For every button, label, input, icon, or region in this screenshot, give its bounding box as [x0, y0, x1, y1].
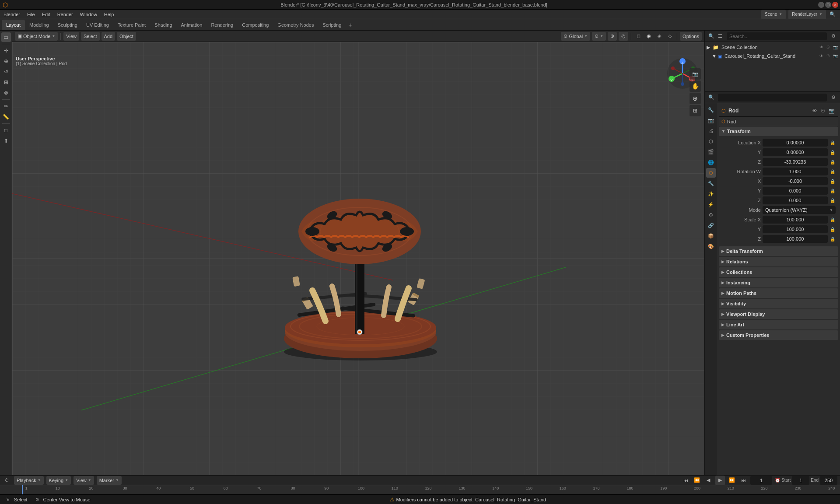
menu-file[interactable]: File	[24, 10, 38, 19]
motion-paths-section[interactable]: ▶ Motion Paths	[719, 288, 838, 298]
tab-modeling[interactable]: Modeling	[25, 20, 53, 30]
menu-render[interactable]: Render	[54, 10, 77, 19]
viewport-view-menu[interactable]: View	[63, 32, 79, 41]
sub-obj-name[interactable]: Rod	[727, 119, 736, 124]
prop-tab-vfx[interactable]: ✨	[706, 189, 716, 199]
search-vp-btn[interactable]: ⊞	[690, 105, 701, 116]
props-settings-icon[interactable]: ⚙	[830, 94, 837, 102]
collection-visibility-icon[interactable]: 👁	[818, 44, 824, 50]
prop-tab-particles[interactable]: ⚡	[706, 200, 716, 209]
scale-z-lock[interactable]: 🔒	[830, 236, 836, 242]
carousel-render-icon[interactable]: 📷	[832, 53, 838, 59]
maximize-button[interactable]: □	[825, 2, 831, 8]
carousel-visibility-icon[interactable]: 👁	[818, 53, 824, 59]
prop-tab-modifiers[interactable]: 🔧	[706, 178, 716, 188]
outliner-filter-icon[interactable]: 🔍	[707, 32, 715, 40]
tool-extrude[interactable]: ⬆	[1, 136, 11, 146]
outliner-display-icon[interactable]: ☰	[716, 32, 724, 40]
pivot-point-selector[interactable]: ⊙ ▼	[592, 32, 606, 41]
outliner-search[interactable]	[724, 32, 830, 40]
location-y-value[interactable]: 0.00000	[763, 148, 828, 156]
jump-end-btn[interactable]: ⏭	[739, 476, 748, 485]
rotation-z-value[interactable]: 0.000	[763, 196, 828, 204]
timeline-type-icon[interactable]: ⏱	[3, 476, 11, 485]
props-obj-visibility[interactable]: 👁	[810, 107, 818, 115]
keying-menu[interactable]: Keying ▼	[46, 476, 71, 485]
tool-annotate[interactable]: ✏	[1, 102, 11, 111]
scene-selector[interactable]: Scene▼	[761, 10, 786, 19]
viewport-add-menu[interactable]: Add	[102, 32, 116, 41]
carousel-restrict-icon[interactable]: ☉	[825, 53, 831, 59]
viewport-select-menu[interactable]: Select	[81, 32, 100, 41]
tab-rendering[interactable]: Rendering	[206, 20, 238, 30]
location-z-value[interactable]: -39.09233	[763, 158, 828, 166]
menu-window[interactable]: Window	[77, 10, 101, 19]
prev-frame-btn[interactable]: ⏪	[693, 476, 701, 485]
tool-cursor[interactable]: ✛	[1, 46, 11, 56]
rendered-shading-btn[interactable]: ◇	[665, 32, 674, 41]
play-btn[interactable]: ▶	[715, 476, 725, 485]
rotation-x-value[interactable]: -0.000	[763, 177, 828, 185]
tab-texture-paint[interactable]: Texture Paint	[113, 20, 150, 30]
tab-shading[interactable]: Shading	[150, 20, 176, 30]
tab-animation[interactable]: Animation	[177, 20, 207, 30]
minimize-button[interactable]: ─	[818, 2, 824, 8]
tool-measure[interactable]: 📏	[1, 112, 11, 122]
3d-viewport[interactable]: ▣ Object Mode ▼ View Select Add Object ⊙…	[12, 31, 704, 475]
renderlayer-selector[interactable]: RenderLayer▼	[788, 10, 826, 19]
prop-tab-material[interactable]: 🎨	[706, 242, 716, 251]
collection-restrict-icon[interactable]: ☉	[825, 44, 831, 50]
close-button[interactable]: ✕	[832, 2, 838, 8]
delta-transform-section[interactable]: ▶ Delta Transform	[719, 246, 838, 256]
focus-btn[interactable]: ✋	[690, 80, 701, 92]
transform-section-header[interactable]: ▼ Transform	[719, 126, 838, 136]
rotation-y-lock[interactable]: 🔒	[830, 188, 836, 194]
custom-properties-section[interactable]: ▶ Custom Properties	[719, 330, 838, 340]
scale-x-lock[interactable]: 🔒	[830, 217, 836, 223]
outliner-item-scene-collection[interactable]: ▶ 📁 Scene Collection 👁 ☉ 📷	[705, 43, 840, 52]
prop-tab-data[interactable]: 📦	[706, 231, 716, 241]
rotation-w-value[interactable]: 1.000	[763, 168, 828, 175]
outliner-settings-icon[interactable]: ⚙	[830, 32, 837, 40]
solid-shading-btn[interactable]: ◉	[644, 32, 653, 41]
prop-tab-view[interactable]: ⬡	[706, 136, 716, 146]
location-x-lock[interactable]: 🔒	[830, 140, 836, 146]
start-frame-input[interactable]: 1	[792, 476, 809, 485]
zoom-camera-btn[interactable]: 📷	[690, 68, 701, 80]
props-obj-render[interactable]: 📷	[828, 107, 836, 115]
prop-tab-constraints[interactable]: 🔗	[706, 220, 716, 230]
instancing-section[interactable]: ▶ Instancing	[719, 278, 838, 287]
tab-sculpting[interactable]: Sculpting	[53, 20, 82, 30]
props-object-name[interactable]: Rod	[728, 108, 738, 114]
snapping-selector[interactable]: ⊕	[608, 32, 617, 41]
rotation-x-lock[interactable]: 🔒	[830, 178, 836, 184]
end-frame-input[interactable]: 250	[820, 476, 837, 485]
tool-move[interactable]: ⊕	[1, 56, 11, 66]
collections-section[interactable]: ▶ Collections	[719, 267, 838, 277]
rotation-z-lock[interactable]: 🔒	[830, 197, 836, 203]
playback-menu[interactable]: Playback ▼	[14, 476, 44, 485]
next-frame-btn[interactable]: ⏩	[728, 476, 736, 485]
prop-tab-render[interactable]: 📷	[706, 116, 716, 125]
visibility-section[interactable]: ▶ Visibility	[719, 299, 838, 308]
marker-menu[interactable]: Marker ▼	[97, 476, 122, 485]
scale-z-value[interactable]: 100.000	[763, 235, 828, 243]
material-shading-btn[interactable]: ◈	[655, 32, 664, 41]
location-y-lock[interactable]: 🔒	[830, 149, 836, 155]
scale-y-lock[interactable]: 🔒	[830, 226, 836, 232]
tool-scale[interactable]: ⊞	[1, 77, 11, 87]
rotation-w-lock[interactable]: 🔒	[830, 168, 836, 175]
menu-help[interactable]: Help	[101, 10, 118, 19]
timeline-ruler[interactable]: 1102030405060708090100110120130140150160…	[0, 485, 840, 494]
viewport-display-section[interactable]: ▶ Viewport Display	[719, 309, 838, 319]
viewport-options-btn[interactable]: Options	[680, 32, 702, 41]
prop-tab-physics[interactable]: ⚙	[706, 210, 716, 220]
properties-search-input[interactable]	[718, 94, 827, 102]
current-frame-input[interactable]: 1	[750, 476, 772, 485]
timeline-view-menu[interactable]: View ▼	[74, 476, 94, 485]
tool-select[interactable]: ▭	[1, 32, 11, 42]
collection-render-icon[interactable]: 📷	[832, 44, 838, 50]
add-workspace-button[interactable]: +	[346, 20, 354, 30]
tab-scripting[interactable]: Scripting	[318, 20, 346, 30]
menu-blender[interactable]: Blender	[0, 10, 24, 19]
